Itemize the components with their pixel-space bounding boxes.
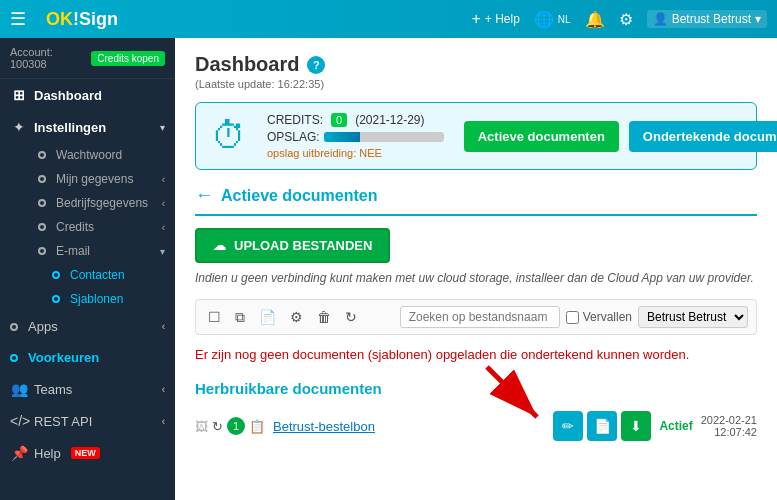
email-label: E-mail	[56, 244, 90, 258]
account-number: Account: 100308	[10, 46, 83, 70]
arrow-icon: ‹	[162, 198, 165, 209]
settings-nav-item[interactable]: ⚙	[619, 10, 633, 29]
globe-icon: 🌐	[534, 10, 554, 29]
arrow-icon: ‹	[162, 321, 165, 332]
settings-small-icon[interactable]: ⚙	[286, 307, 307, 327]
circle-icon	[52, 295, 60, 303]
edit-button[interactable]: ✏	[553, 411, 583, 441]
mijngegevens-label: Mijn gegevens	[56, 172, 133, 186]
user-menu[interactable]: 👤 Betrust Betrust ▾	[647, 10, 767, 28]
new-badge: NEW	[71, 447, 100, 459]
sidebar-item-sjablonen[interactable]: Sjablonen	[42, 287, 175, 311]
help-nav-item[interactable]: + + Help	[471, 10, 519, 28]
refresh-doc-icon[interactable]: ↻	[212, 419, 223, 434]
circle-icon	[38, 223, 46, 231]
logo: OK!Sign	[46, 9, 118, 30]
page-title: Dashboard	[195, 53, 299, 76]
sidebar-item-dashboard[interactable]: ⊞ Dashboard	[0, 79, 175, 111]
upload-icon: ☁	[213, 238, 226, 253]
user-dropdown[interactable]: Betrust Betrust	[638, 306, 748, 328]
sidebar-item-email[interactable]: E-mail ▾	[28, 239, 175, 263]
sidebar-item-credits[interactable]: Credits ‹	[28, 215, 175, 239]
stats-bar: ⏱ CREDITS: 0 (2021-12-29) OPSLAG: opslag…	[195, 102, 757, 170]
image-icon: 🖼	[195, 419, 208, 434]
circle-icon	[52, 271, 60, 279]
sidebar-item-restapi[interactable]: </> REST API ‹	[0, 405, 175, 437]
credits-kopen-button[interactable]: Credits kopen	[91, 51, 165, 66]
user-icon: 👤	[653, 12, 668, 26]
search-input[interactable]	[400, 306, 560, 328]
refresh-icon[interactable]: ↻	[341, 307, 361, 327]
globe-nav-item[interactable]: 🌐 NL	[534, 10, 571, 29]
doc-date: 2022-02-21	[701, 414, 757, 426]
chevron-down-icon: ▾	[755, 12, 761, 26]
top-nav: ☰ OK!Sign + + Help 🌐 NL 🔔 ⚙ 👤 Betrust Be…	[0, 0, 777, 38]
count-badge: 1	[227, 417, 245, 435]
credits-value: 0	[331, 113, 347, 127]
last-update: (Laatste update: 16:22:35)	[195, 78, 757, 90]
reusable-title: Herbruikbare documenten	[195, 380, 757, 397]
stats-bar-buttons: Actieve documenten Ondertekende document…	[464, 121, 777, 152]
notif-nav-item[interactable]: 🔔	[585, 10, 605, 29]
copy-icon[interactable]: ⧉	[231, 307, 249, 328]
stats-info: CREDITS: 0 (2021-12-29) OPSLAG: opslag u…	[267, 113, 444, 159]
dashboard-label: Dashboard	[34, 88, 102, 103]
sidebar-item-apps[interactable]: Apps ‹	[0, 311, 175, 342]
back-arrow-icon[interactable]: ←	[195, 185, 213, 206]
file-icon[interactable]: 📄	[255, 307, 280, 327]
plus-icon: +	[471, 10, 480, 28]
dashboard-icon: ⊞	[10, 87, 28, 103]
page-title-row: Dashboard ?	[195, 53, 757, 76]
sidebar-item-help[interactable]: 📌 Help NEW	[0, 437, 175, 469]
nl-badge: NL	[558, 14, 571, 25]
no-docs-text: Er zijn nog geen documenten (sjablonen) …	[195, 343, 757, 366]
email-submenu: Contacten Sjablonen	[28, 263, 175, 311]
upload-button[interactable]: ☁ UPLOAD BESTANDEN	[195, 228, 390, 263]
menu-icon[interactable]: ☰	[10, 8, 26, 30]
teams-label: Teams	[34, 382, 72, 397]
storage-fill	[324, 132, 360, 142]
account-info: Account: 100308 Credits kopen	[0, 38, 175, 79]
download-button[interactable]: ⬇	[621, 411, 651, 441]
people-icon: 👥	[10, 381, 28, 397]
circle-icon	[10, 354, 18, 362]
no-docs-message: Er zijn nog geen documenten (sjablonen) …	[195, 347, 689, 362]
cloud-info-text: Indien u geen verbinding kunt maken met …	[195, 271, 757, 285]
contacten-label: Contacten	[70, 268, 125, 282]
layout: Account: 100308 Credits kopen ⊞ Dashboar…	[0, 38, 777, 500]
opslag-uitbreiding: opslag uitbreiding: NEE	[267, 147, 444, 159]
upload-label: UPLOAD BESTANDEN	[234, 238, 372, 253]
reusable-actions: ✏ 📄 ⬇	[553, 411, 651, 441]
vervallen-checkbox[interactable]	[566, 311, 579, 324]
sidebar-item-teams[interactable]: 👥 Teams ‹	[0, 373, 175, 405]
sidebar-item-bedrijfsgegevens[interactable]: Bedrijfsgegevens ‹	[28, 191, 175, 215]
signed-docs-button[interactable]: Ondertekende documenten	[629, 121, 777, 152]
circle-icon	[38, 247, 46, 255]
storage-progress-bar	[324, 132, 444, 142]
settings-icon: ⚙	[619, 10, 633, 29]
reusable-icons: 🖼 ↻ 1 📋	[195, 417, 265, 435]
arrow-icon: ‹	[162, 174, 165, 185]
arrow-icon: ‹	[162, 416, 165, 427]
title-help-icon[interactable]: ?	[307, 56, 325, 74]
sidebar-item-voorkeuren[interactable]: Voorkeuren	[0, 342, 175, 373]
arrow-icon: ‹	[162, 384, 165, 395]
sidebar-item-wachtwoord[interactable]: Wachtwoord	[28, 143, 175, 167]
circle-icon	[38, 175, 46, 183]
trash-icon[interactable]: 🗑	[313, 307, 335, 327]
active-docs-button[interactable]: Actieve documenten	[464, 121, 619, 152]
chevron-down-icon: ▾	[160, 246, 165, 257]
vervallen-label: Vervallen	[583, 310, 632, 324]
instellingen-label: Instellingen	[34, 120, 106, 135]
sidebar-item-mijngegevens[interactable]: Mijn gegevens ‹	[28, 167, 175, 191]
sidebar-item-instellingen[interactable]: ✦ Instellingen ▾	[0, 111, 175, 143]
bell-icon: 🔔	[585, 10, 605, 29]
checkbox-icon[interactable]: ☐	[204, 307, 225, 327]
status-badge: Actief	[659, 419, 692, 433]
doc-button[interactable]: 📄	[587, 411, 617, 441]
chevron-icon: ▾	[160, 122, 165, 133]
circle-icon	[38, 151, 46, 159]
sidebar-item-contacten[interactable]: Contacten	[42, 263, 175, 287]
storage-row: OPSLAG:	[267, 130, 444, 144]
reusable-doc-name[interactable]: Betrust-bestelbon	[273, 419, 545, 434]
